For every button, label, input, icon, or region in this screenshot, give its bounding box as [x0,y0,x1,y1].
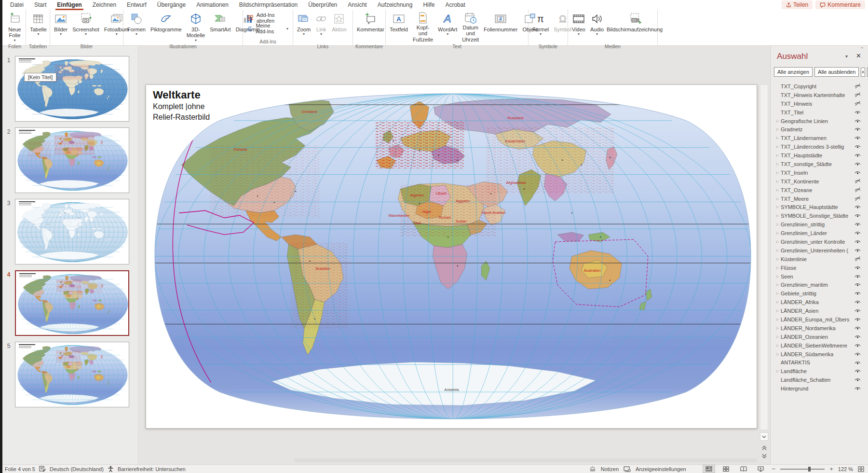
show-all-button[interactable]: Alle anzeigen [774,67,813,77]
table-button[interactable]: Tabelle▾ [27,11,49,43]
language-indicator[interactable]: Deutsch (Deutschland) [50,466,104,472]
selection-pane-item[interactable]: ▷ Landfläche_Schatten [771,376,868,384]
selection-pane-item[interactable]: ▷ LÄNDER_Afrika [771,298,868,306]
menu-tab[interactable]: Bildschirmpräsentation [234,0,303,10]
selection-pane-item[interactable]: ▷ TXT_Copyright [771,82,868,91]
selection-pane-item[interactable]: ▷ LÄNDER_Europa_mit_Überse… [771,315,868,324]
visibility-eye-icon[interactable] [854,360,861,365]
comments-button[interactable]: Kommentare [815,0,865,9]
selection-pane-item[interactable]: ▷ Gebiete_strittig [771,289,868,298]
new-slide-button[interactable]: Neue Folie▾ [5,11,24,43]
menu-tab[interactable]: Überprüfen [303,0,342,10]
selection-pane-item[interactable]: ▷ TXT_Hauptstädte [771,151,868,160]
slide-thumbnail-4-selected[interactable]: 4 [2,270,137,336]
expand-arrow-icon[interactable]: ▷ [774,300,781,304]
selection-pane-item[interactable]: ▷ Gradnetz [771,125,868,134]
selection-pane-item[interactable]: ▷ TXT_Hinweis [771,99,868,108]
expand-arrow-icon[interactable]: ▷ [774,136,781,140]
visibility-eye-icon[interactable] [854,334,861,339]
visibility-eye-icon[interactable] [854,351,861,357]
menu-tab[interactable]: Entwurf [122,0,152,10]
expand-arrow-icon[interactable]: ▷ [774,171,781,175]
visibility-eye-icon[interactable] [854,256,861,262]
menu-tab[interactable]: Übergänge [152,0,191,10]
visibility-eye-icon[interactable] [854,343,861,348]
zoom-slider[interactable] [780,469,825,470]
selection-pane-item[interactable]: ▷ Landfläche [771,367,868,376]
expand-arrow-icon[interactable]: ▷ [774,266,781,270]
selection-pane-item[interactable]: ▷ Grenzlinien_unter Kontrolle [771,237,868,246]
previous-slide-button[interactable] [760,444,768,452]
expand-arrow-icon[interactable]: ▷ [774,326,781,330]
wordart-button[interactable]: A WordArt▾ [435,11,460,43]
vertical-scrollbar[interactable] [760,84,768,430]
move-up-button[interactable]: ∧ [861,68,865,77]
visibility-eye-icon[interactable] [854,222,861,227]
visibility-eye-icon[interactable] [854,299,861,305]
visibility-eye-icon[interactable] [854,274,861,279]
visibility-eye-icon[interactable] [854,101,861,106]
visibility-eye-icon[interactable] [854,265,861,270]
expand-arrow-icon[interactable]: ▷ [774,292,781,295]
visibility-eye-icon[interactable] [854,213,861,218]
shapes-button[interactable]: Formen▾ [125,11,148,43]
video-button[interactable]: Video▾ [570,11,588,43]
fit-to-window-icon[interactable] [858,466,864,472]
menu-tab[interactable]: Hilfe [418,0,440,10]
selection-pane-item[interactable]: ▷ TXT_Inseln [771,168,868,177]
menu-tab[interactable]: Animationen [191,0,234,10]
screen-recording-button[interactable]: Bildschirmaufzeichnung [606,11,663,43]
equation-button[interactable]: π Formel▾ [530,11,551,43]
menu-tab[interactable]: Ansicht [342,0,372,10]
selection-pane-item[interactable]: ▷ TXT_Titel [771,108,868,117]
zoom-slider-handle[interactable] [808,467,811,472]
selection-pane-item[interactable]: ▷ LÄNDER_Asien [771,306,868,315]
expand-arrow-icon[interactable]: ▷ [774,145,781,149]
notes-toggle[interactable]: Notizen [601,466,619,472]
expand-arrow-icon[interactable]: ▷ [774,344,781,348]
expand-arrow-icon[interactable]: ▷ [774,275,781,278]
visibility-eye-icon[interactable] [854,308,861,313]
selection-pane-item[interactable]: ▷ TXT_Meere [771,195,868,203]
expand-arrow-icon[interactable]: ▷ [774,180,781,183]
menu-tab[interactable]: Datei [5,0,29,10]
selection-pane-item[interactable]: ▷ ANTARKTIS [771,359,868,367]
slide-canvas[interactable]: Weltkarte Komplett |ohne Relief-Rasterbi… [146,84,757,429]
zoom-button[interactable]: Zoom▾ [295,11,313,43]
selection-pane-item[interactable]: ▷ LÄNDER_SiebenWeltmeere [771,341,868,350]
selection-pane-item[interactable]: ▷ Küstenlinie [771,255,868,264]
slide-thumbnail-5[interactable]: 5 [2,342,137,407]
pictures-button[interactable]: Bilder▾ [52,11,70,43]
menu-tab[interactable]: Start [29,0,52,10]
selection-pane-item[interactable]: ▷ Hintergrund [771,384,868,393]
slide-thumbnail-1[interactable]: 1 [Kein Titel] [2,56,137,122]
visibility-eye-icon[interactable] [854,239,861,244]
slide-number-button[interactable]: # Foliennummer [481,11,520,43]
visibility-eye-icon[interactable] [854,204,861,209]
zoom-out-button[interactable]: − [772,465,776,473]
visibility-eye-icon[interactable] [854,110,861,115]
expand-arrow-icon[interactable]: ▷ [774,205,781,209]
expand-arrow-icon[interactable]: ▷ [774,127,781,131]
expand-arrow-icon[interactable]: ▷ [774,231,781,235]
selection-pane-item[interactable]: ▷ LÄNDER_Nordamerika [771,324,868,333]
visibility-eye-icon[interactable] [854,179,861,184]
visibility-eye-icon[interactable] [854,92,861,97]
expand-arrow-icon[interactable]: ▷ [774,119,781,123]
expand-arrow-icon[interactable]: ▷ [774,309,781,313]
visibility-eye-icon[interactable] [854,144,861,149]
slide-sorter-view-button[interactable] [720,465,732,473]
selection-pane-item[interactable]: ▷ Grenzlinien_Länder [771,229,868,237]
selection-pane-item[interactable]: ▷ TXT_Kontinente [771,177,868,186]
expand-arrow-icon[interactable]: ▷ [774,369,781,373]
horizontal-scrollbar[interactable] [294,459,757,462]
display-settings[interactable]: Anzeigeeinstellungen [636,466,686,472]
next-slide-button[interactable] [760,452,768,460]
visibility-eye-icon[interactable] [854,230,861,236]
selection-pane-item[interactable]: ▷ TXT_Ländercodes 3-stellig [771,142,868,151]
visibility-eye-icon[interactable] [854,170,861,175]
expand-arrow-icon[interactable]: ▷ [774,162,781,166]
menu-tab[interactable]: Acrobat [440,0,470,10]
visibility-eye-icon[interactable] [854,135,861,140]
expand-arrow-icon[interactable]: ▷ [774,283,781,287]
